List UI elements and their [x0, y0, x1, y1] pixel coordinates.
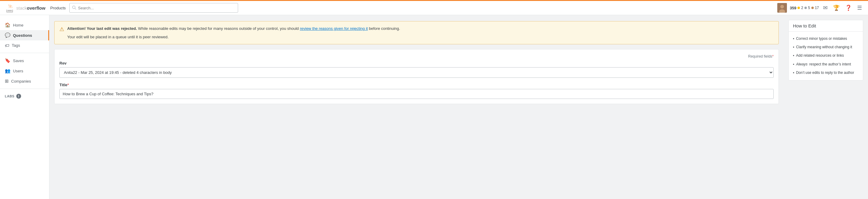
silver-dot	[804, 7, 807, 9]
list-item-3-text: Add related resources or links	[796, 53, 844, 58]
sidebar-label-users: Users	[13, 69, 23, 73]
title-row: Title*	[59, 83, 774, 99]
form-section: Required fields* Rev Anita22 - Mar 25, 2…	[54, 49, 779, 104]
tags-icon: 🏷	[5, 43, 9, 48]
help-icon[interactable]: ❓	[844, 3, 853, 12]
achievements-icon[interactable]: 🏆	[832, 3, 841, 12]
main-content: ⚠ Attention! Your last edit was rejected…	[50, 15, 784, 199]
home-icon: 🏠	[5, 22, 10, 28]
how-to-edit-box: How to Edit Correct minor typos or mista…	[788, 20, 863, 81]
users-icon: 👥	[5, 68, 10, 74]
sidebar-label-companies: Companies	[11, 79, 31, 84]
sidebar-item-saves[interactable]: 🔖 Saves	[0, 55, 49, 66]
saves-icon: 🔖	[5, 58, 10, 63]
sidebar-divider-2	[0, 89, 49, 89]
topbar-right: 359 2 5 17 ✉ 🏆 ❓ ☰	[777, 3, 863, 13]
right-sidebar: How to Edit Correct minor typos or mista…	[784, 15, 868, 199]
how-to-edit-header: How to Edit	[789, 20, 863, 32]
sidebar-label-questions: Questions	[13, 33, 32, 38]
topbar: stackoverflow Products 359 2 5 17	[0, 0, 868, 15]
sidebar-item-companies[interactable]: ⊞ Companies	[0, 76, 49, 86]
alert-queue: Your edit will be placed in a queue unti…	[67, 34, 400, 40]
labs-info-icon[interactable]: i	[16, 94, 21, 98]
sidebar-item-tags[interactable]: 🏷 Tags	[0, 40, 49, 50]
companies-icon: ⊞	[5, 78, 9, 84]
svg-rect-0	[7, 10, 12, 10]
labs-section: LABS i	[0, 91, 49, 101]
sidebar-divider	[0, 53, 49, 53]
search-bar	[69, 3, 238, 13]
inbox-icon[interactable]: ✉	[822, 3, 829, 12]
alert-body1: While reasonable edits may be rejected f…	[138, 26, 300, 31]
alert-bold: Attention! Your last edit was rejected.	[67, 26, 137, 31]
list-item-2: Clarify meaning without changing it	[793, 43, 859, 52]
list-item-2-text: Clarify meaning without changing it	[796, 44, 852, 50]
list-item-1-text: Correct minor typos or mistakes	[796, 36, 847, 41]
list-item-4: Always respect the author’s intent	[793, 60, 859, 69]
rep-number: 359	[790, 6, 797, 10]
products-link[interactable]: Products	[50, 6, 66, 10]
bronze-dot	[811, 7, 814, 9]
bronze-count: 17	[815, 6, 819, 10]
alert-text: Attention! Your last edit was rejected. …	[67, 26, 400, 40]
avatar[interactable]	[777, 3, 787, 13]
list-item-4-italic: Always	[796, 61, 807, 67]
search-input[interactable]	[78, 6, 236, 10]
required-fields-label: Required fields*	[59, 54, 774, 58]
svg-point-4	[780, 5, 784, 8]
sidebar-item-questions[interactable]: 💬 Questions	[0, 30, 49, 40]
rev-select[interactable]: Anita22 - Mar 25, 2024 at 19:45 - delete…	[59, 67, 774, 78]
labs-label: LABS	[5, 94, 14, 98]
sidebar-label-tags: Tags	[12, 43, 20, 48]
logo[interactable]: stackoverflow	[5, 2, 45, 13]
sidebar-item-users[interactable]: 👥 Users	[0, 66, 49, 76]
sidebar-item-home[interactable]: 🏠 Home	[0, 20, 49, 30]
list-item-4-text: respect the author’s intent	[809, 61, 851, 67]
sidebar: 🏠 Home 💬 Questions 🏷 Tags 🔖 Saves 👥 User…	[0, 15, 50, 199]
page-layout: 🏠 Home 💬 Questions 🏷 Tags 🔖 Saves 👥 User…	[0, 15, 868, 199]
title-input[interactable]	[59, 89, 774, 99]
title-label: Title*	[59, 83, 774, 87]
stackoverflow-logo-icon	[5, 2, 14, 13]
questions-icon: 💬	[5, 33, 10, 38]
list-item-5-text: Don’t use edits to reply to the author	[796, 70, 854, 76]
alert-box: ⚠ Attention! Your last edit was rejected…	[54, 21, 779, 44]
list-item-1: Correct minor typos or mistakes	[793, 35, 859, 43]
alert-icon: ⚠	[59, 26, 64, 40]
logo-text: stackoverflow	[16, 5, 45, 10]
alert-link[interactable]: review the reasons given for rejecting i…	[300, 26, 368, 31]
sidebar-label-home: Home	[13, 23, 24, 27]
sidebar-label-saves: Saves	[13, 58, 24, 63]
how-to-edit-list: Correct minor typos or mistakes Clarify …	[789, 32, 863, 80]
list-item-5: Don’t use edits to reply to the author	[793, 69, 859, 77]
rev-label: Rev	[59, 61, 774, 65]
gold-dot	[798, 7, 800, 9]
feed-icon[interactable]: ☰	[856, 3, 863, 12]
required-star: *	[772, 54, 774, 58]
title-req-star: *	[67, 83, 69, 87]
rev-row: Rev Anita22 - Mar 25, 2024 at 19:45 - de…	[59, 61, 774, 78]
svg-line-2	[75, 8, 76, 9]
gold-count: 2	[801, 6, 803, 10]
alert-body2: before continuing.	[369, 26, 400, 31]
list-item-3: Add related resources or links	[793, 52, 859, 60]
search-icon	[72, 5, 76, 10]
rep-info: 359 2 5 17	[790, 6, 819, 10]
silver-count: 5	[808, 6, 810, 10]
